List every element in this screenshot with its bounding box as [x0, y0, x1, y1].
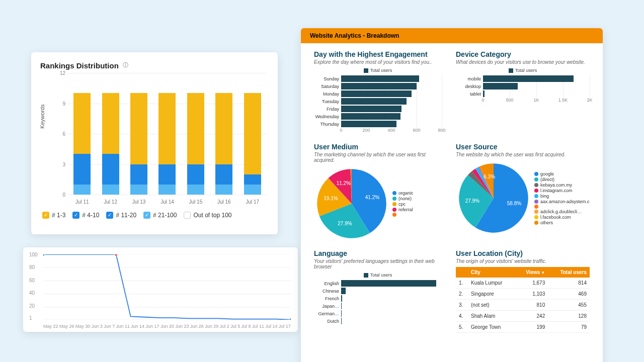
svg-text:6.3%: 6.3% — [484, 174, 495, 179]
hbar-row: Wednesday — [314, 113, 442, 120]
source-sub: The website by which the user was first … — [456, 152, 590, 157]
location-title: User Location (City) — [456, 249, 590, 257]
rankings-chart: Keywords 036912 Jul 11Jul 12Jul 13Jul 14… — [40, 73, 269, 209]
legend-item[interactable]: # 1-3 — [42, 212, 65, 219]
source-pie: 58.8%27.9%6.3% — [456, 160, 531, 236]
medium-pie: 41.2%27.9%19.1%11.2% — [314, 166, 389, 241]
rankings-title: Rankings Distribution ⓘ — [40, 61, 269, 70]
rank-bar[interactable] — [102, 73, 119, 195]
rank-bar[interactable] — [158, 73, 176, 195]
legend-item[interactable]: # 21-100 — [143, 212, 177, 219]
engagement-chart: SundaySaturdayMondayTuesdayFridayWednesd… — [314, 75, 442, 135]
svg-text:11.2%: 11.2% — [337, 180, 351, 186]
pie-legend-item[interactable]: cpc — [392, 202, 414, 207]
col-city[interactable]: City — [468, 267, 516, 278]
language-section: Language Your visitors' preferred langua… — [314, 249, 442, 333]
medium-sub: The marketing channel by which the user … — [314, 152, 442, 163]
device-section: Device Category What devices do your vis… — [456, 50, 590, 135]
table-row[interactable]: 4.Shah Alam242128 — [456, 311, 590, 322]
legend-item[interactable]: Out of top 100 — [184, 212, 231, 219]
hbar-row: German… — [314, 310, 442, 317]
hbar-row: English — [314, 280, 442, 287]
hbar-row: Tuesday — [314, 98, 442, 105]
pie-legend-item[interactable]: referral — [392, 207, 414, 212]
table-row[interactable]: 2.Singapore1,103469 — [456, 289, 590, 300]
rank-bar[interactable] — [244, 73, 261, 195]
location-header-row: City Views▼ Total users — [456, 267, 590, 278]
pie-legend-item[interactable]: google — [534, 171, 590, 176]
pie-legend-item[interactable]: adclick.g.doublecli… — [534, 209, 590, 214]
svg-text:58.8%: 58.8% — [507, 201, 521, 206]
legend-item[interactable]: # 11-20 — [106, 212, 136, 219]
hbar-row: desktop — [456, 82, 590, 90]
location-sub: The origin of your visitors' website tra… — [456, 258, 590, 264]
source-title: User Source — [456, 143, 590, 151]
pie-legend-item[interactable]: aax.amazon-adsystem.com — [534, 199, 590, 204]
rankings-title-text: Rankings Distribution — [40, 61, 119, 70]
svg-point-8 — [289, 318, 291, 320]
language-sub: Your visitors' preferred languages setti… — [314, 258, 442, 269]
hbar-row: Saturday — [314, 82, 442, 90]
hbar-row: Friday — [314, 105, 442, 113]
location-section: User Location (City) The origin of your … — [456, 249, 590, 333]
rankings-legend: # 1-3# 4-10# 11-20# 21-100Out of top 100 — [40, 212, 269, 219]
pie-legend-item[interactable]: organic — [392, 191, 414, 196]
sort-desc-icon: ▼ — [541, 270, 545, 275]
svg-text:19.1%: 19.1% — [324, 196, 338, 201]
position-line — [43, 254, 291, 320]
engagement-title: Day with the Highest Engagement — [314, 50, 442, 58]
device-sub: What devices do your visitors use to bro… — [456, 59, 590, 65]
medium-pie-legend: organic(none)cpcreferral — [392, 190, 414, 217]
device-legend: Total users — [456, 68, 590, 73]
language-title: Language — [314, 249, 442, 257]
hbar-row: Thursday — [314, 120, 442, 128]
rank-bar[interactable] — [73, 73, 91, 195]
rankings-distribution-card: Rankings Distribution ⓘ Keywords 036912 … — [31, 52, 278, 234]
position-x-axis: May 22May 26May 30Jun 3Jun 7Jun 11Jun 14… — [43, 324, 291, 329]
engagement-section: Day with the Highest Engagement Explore … — [314, 50, 442, 135]
pie-legend-item[interactable]: l.facebook.com — [534, 215, 590, 220]
rank-bar[interactable] — [130, 73, 147, 195]
medium-section: User Medium The marketing channel by whi… — [314, 143, 442, 241]
hbar-row: Chinese — [314, 287, 442, 295]
source-section: User Source The website by which the use… — [456, 143, 590, 241]
device-title: Device Category — [456, 50, 590, 58]
engagement-sub: Explore the day where most of your visit… — [314, 59, 442, 65]
rankings-x-axis: Jul 11Jul 12Jul 13Jul 14Jul 15Jul 16Jul … — [68, 199, 267, 205]
hbar-row: Japan… — [314, 302, 442, 310]
pie-legend-item[interactable]: kebaya.com.my — [534, 183, 590, 188]
pie-legend-item[interactable]: others — [534, 220, 590, 225]
rank-bar[interactable] — [215, 73, 232, 195]
pie-legend-item[interactable]: l.instagram.com — [534, 188, 590, 193]
hbar-row: Sunday — [314, 75, 442, 82]
language-chart: EnglishChineseFrenchJapan…German…Dutch — [314, 280, 442, 325]
pie-legend-item[interactable]: (direct) — [534, 177, 590, 182]
svg-point-6 — [43, 254, 45, 256]
info-icon[interactable]: ⓘ — [123, 62, 128, 68]
medium-title: User Medium — [314, 143, 442, 151]
pie-legend-item[interactable]: (none) — [392, 196, 414, 201]
table-row[interactable]: 3.(not set)810455 — [456, 300, 590, 311]
pie-legend-item[interactable] — [534, 205, 590, 209]
website-analytics-panel: Website Analytics - Breakdown Day with t… — [301, 28, 603, 362]
rank-bar[interactable] — [187, 73, 204, 195]
hbar-row: Dutch — [314, 317, 442, 325]
language-legend: Total users — [314, 273, 442, 278]
col-users[interactable]: Total users — [548, 267, 590, 278]
legend-item[interactable]: # 4-10 — [72, 212, 99, 219]
analytics-header: Website Analytics - Breakdown — [301, 28, 603, 43]
rankings-y-axis: 036912 — [55, 73, 65, 195]
location-table: City Views▼ Total users 1.Kuala Lumpur1,… — [456, 267, 590, 333]
pie-legend-item[interactable]: bing — [534, 194, 590, 199]
position-trend-card: 120406080100 May 22May 26May 30Jun 3Jun … — [23, 247, 298, 332]
hbar-row: mobile — [456, 75, 590, 82]
pie-legend-item[interactable] — [392, 213, 414, 217]
hbar-row: tablet — [456, 90, 590, 98]
engagement-legend: Total users — [314, 68, 442, 73]
hbar-row: Monday — [314, 90, 442, 98]
col-views[interactable]: Views▼ — [516, 267, 548, 278]
svg-text:27.9%: 27.9% — [338, 221, 352, 226]
svg-point-7 — [115, 254, 118, 256]
table-row[interactable]: 1.Kuala Lumpur1,673814 — [456, 278, 590, 289]
table-row[interactable]: 5.George Town19979 — [456, 322, 590, 333]
